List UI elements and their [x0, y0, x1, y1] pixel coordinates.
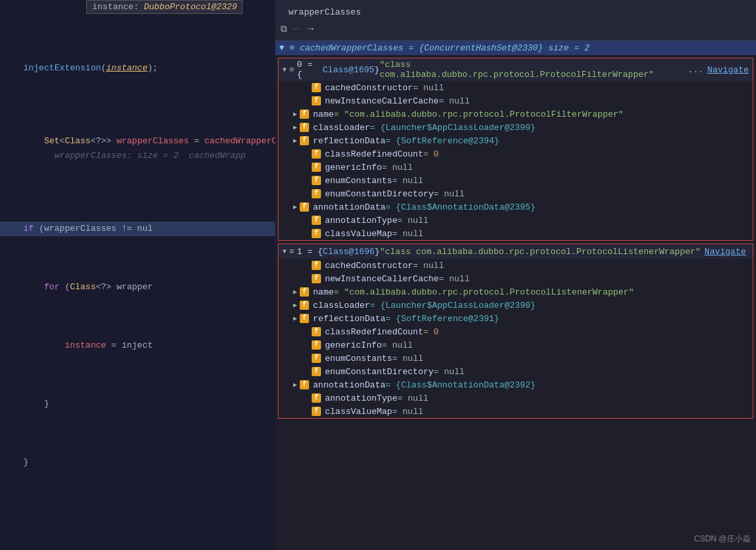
tree-child: f annotationType = null	[279, 391, 753, 405]
code-line	[0, 514, 275, 528]
expand-arrow[interactable]: ▶	[293, 137, 297, 145]
field-icon: f	[300, 287, 309, 297]
navigate-button-1[interactable]: Navigate	[704, 247, 745, 257]
expand-arrow[interactable]: ▶	[293, 314, 297, 322]
tree-group-header-1[interactable]: ▼ ≡ 1 = {Class@1696} "class com.alibaba.…	[279, 244, 753, 259]
field-icon: f	[312, 340, 321, 350]
tree-group-1: ▼ ≡ 1 = {Class@1696} "class com.alibaba.…	[278, 243, 753, 419]
code-line: Set<Class<?>> wrapperClasses = cachedWra…	[0, 119, 275, 178]
debug-tab-row: wrapperClasses	[275, 3, 756, 21]
tree-child: f enumConstantDirectory = null	[279, 365, 753, 378]
tree-child: ▶ f name = "com.alibaba.dubbo.rpc.protoc…	[279, 285, 753, 299]
code-line: instance = inject	[0, 338, 275, 353]
tree-child: f genericInfo = null	[279, 338, 753, 352]
debug-tab-label: wrapperClasses	[281, 6, 369, 19]
field-icon: f	[300, 380, 309, 389]
field-icon: f	[312, 149, 321, 159]
expand-arrow[interactable]: ▶	[293, 301, 297, 309]
field-icon: f	[312, 96, 321, 105]
tree-child: f newInstanceCallerCache = null	[279, 94, 753, 107]
debug-header: wrapperClasses ⧉ ← →	[275, 0, 756, 40]
tree-group-header-0[interactable]: ▼ ≡ 0 = {Class@1695} "class com.alibaba.…	[279, 58, 753, 81]
tree-child: f enumConstants = null	[279, 174, 753, 187]
code-content: injectExtension(instance); Set<Class<?>>…	[0, 0, 275, 550]
tree-child: ▶ f classLoader = {Launcher$AppClassLoad…	[279, 299, 753, 312]
tree-child: f newInstanceCallerCache = null	[279, 272, 753, 285]
group-class-0: Class@1695	[323, 65, 375, 75]
debug-panel: wrapperClasses ⧉ ← → ▼ ≡ cachedWrapperCl…	[275, 0, 756, 550]
tooltip-value: DubboProtocol@2329	[144, 2, 237, 12]
code-line: }	[0, 397, 275, 411]
debug-tree[interactable]: ▼ ≡ cachedWrapperClasses = {ConcurrentHa…	[275, 40, 756, 550]
code-panel: instance: DubboProtocol@2329 injectExten…	[0, 0, 275, 550]
field-icon: f	[312, 354, 321, 363]
field-icon: f	[312, 216, 321, 225]
tree-child: f genericInfo = null	[279, 161, 753, 174]
field-icon: f	[300, 202, 309, 212]
tree-child: f classRedefinedCount = 0	[279, 325, 753, 338]
tree-child: ▶ f classLoader = {Launcher$AppClassLoad…	[279, 121, 753, 134]
tree-child: f annotationType = null	[279, 214, 753, 227]
field-icon: f	[312, 229, 321, 238]
list-icon-1: ≡	[289, 247, 294, 257]
tree-child: f cachedConstructor = null	[279, 259, 753, 272]
tree-child: f classValueMap = null	[279, 405, 753, 418]
field-icon: f	[312, 327, 321, 336]
forward-button[interactable]: →	[306, 23, 316, 36]
tree-child: ▶ f reflectionData = {SoftReference@2391…	[279, 312, 753, 325]
expand-arrow-0[interactable]: ▼	[283, 66, 286, 74]
debug-panel-wrapper: wrapperClasses ⧉ ← → ▼ ≡ cachedWrapperCl…	[275, 0, 756, 550]
expand-arrow[interactable]: ▶	[293, 203, 297, 211]
field-icon: f	[312, 393, 321, 403]
expand-arrow-1[interactable]: ▼	[283, 248, 286, 255]
group-class-1: Class@1696	[323, 247, 375, 257]
watermark: CSDN @庄小焱	[694, 533, 751, 545]
field-icon: f	[300, 123, 309, 132]
group-index-0: 0 = {	[297, 60, 323, 80]
tree-child: ▶ f annotationData = {Class$AnnotationDa…	[279, 200, 753, 214]
group-string-0: "class com.alibaba.dubbo.rpc.protocol.Pr…	[379, 60, 688, 80]
field-icon: f	[300, 301, 309, 310]
tree-root-item: ▼ ≡ cachedWrapperClasses = {ConcurrentHa…	[275, 40, 756, 55]
field-icon: f	[312, 83, 321, 92]
list-icon-0: ≡	[289, 65, 294, 75]
navigate-button-0[interactable]: Navigate	[708, 65, 749, 75]
field-icon: f	[312, 176, 321, 185]
expand-arrow[interactable]: ▶	[293, 381, 297, 389]
tree-group-0: ▼ ≡ 0 = {Class@1695} "class com.alibaba.…	[278, 58, 753, 241]
code-line: for (Class<?> wrapper	[0, 280, 275, 295]
expand-arrow[interactable]: ▶	[293, 288, 297, 296]
field-icon: f	[312, 163, 321, 172]
field-icon: f	[300, 314, 309, 323]
tree-child: f enumConstants = null	[279, 352, 753, 365]
code-line-highlighted: if (wrapperClasses != nul	[0, 222, 275, 236]
field-icon: f	[300, 136, 309, 145]
field-icon: f	[312, 261, 321, 270]
field-icon: f	[312, 367, 321, 376]
tree-child: f cachedConstructor = null	[279, 81, 753, 94]
expand-arrow[interactable]: ▶	[293, 123, 297, 131]
field-icon: f	[300, 109, 309, 119]
field-icon: f	[312, 274, 321, 283]
field-icon: f	[312, 189, 321, 198]
instance-tooltip: instance: DubboProtocol@2329	[86, 0, 243, 14]
tree-child: f classRedefinedCount = 0	[279, 147, 753, 161]
back-button[interactable]: ←	[291, 23, 302, 36]
tree-child: f classValueMap = null	[279, 227, 753, 240]
code-line: }	[0, 455, 275, 470]
field-icon: f	[312, 407, 321, 416]
group-index-1: 1 = {	[297, 247, 323, 257]
tree-child: f enumConstantDirectory = null	[279, 187, 753, 200]
tooltip-label: instance:	[92, 2, 144, 12]
tree-child: ▶ f reflectionData = {SoftReference@2394…	[279, 134, 753, 147]
tree-child: ▶ f annotationData = {Class$AnnotationDa…	[279, 378, 753, 391]
group-string-1: "class com.alibaba.dubbo.rpc.protocol.Pr…	[380, 247, 701, 257]
expand-arrow[interactable]: ▶	[293, 110, 297, 118]
debug-toolbar: ⧉ ← →	[275, 21, 756, 37]
code-line: injectExtension(instance);	[0, 61, 275, 76]
copy-icon[interactable]: ⧉	[281, 24, 287, 34]
tree-child: ▶ f name = "com.alibaba.dubbo.rpc.protoc…	[279, 107, 753, 121]
root-text: ▼ ≡ cachedWrapperClasses = {ConcurrentHa…	[279, 43, 590, 53]
